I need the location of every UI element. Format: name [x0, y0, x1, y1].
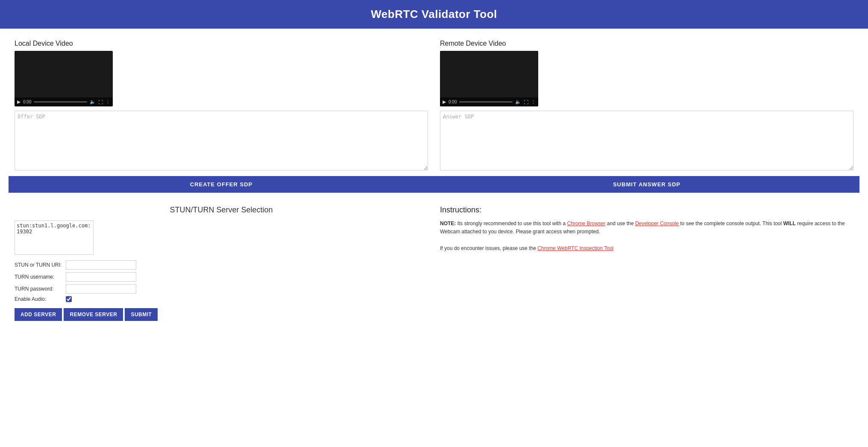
- remote-video-time: 0:00: [449, 100, 457, 104]
- create-offer-button[interactable]: CREATE OFFER SDP: [9, 176, 434, 193]
- remote-fullscreen-icon[interactable]: ⛶: [524, 100, 528, 105]
- local-video-title: Local Device Video: [15, 40, 428, 47]
- local-video-box: ▶ 0:00 🔈 ⛶ ⋮: [15, 51, 113, 106]
- turn-username-label: TURN username:: [15, 274, 66, 280]
- turn-password-input[interactable]: [66, 284, 136, 294]
- submit-answer-button[interactable]: SUBMIT ANSWER SDP: [434, 176, 859, 193]
- webrtc-inspection-link[interactable]: Chrome WebRTC Inspection Tool: [537, 245, 613, 251]
- button-bar: CREATE OFFER SDP SUBMIT ANSWER SDP: [9, 176, 859, 193]
- page-header: WebRTC Validator Tool: [0, 0, 868, 29]
- note-text1: Its strongly recommended to use this too…: [456, 221, 567, 226]
- enable-audio-label: Enable Audio:: [15, 296, 66, 302]
- instructions-note: NOTE: Its strongly recommended to use th…: [440, 220, 853, 253]
- local-video-panel: Local Device Video ▶ 0:00 🔈 ⛶ ⋮: [9, 35, 434, 176]
- enable-audio-row: Enable Audio:: [15, 296, 428, 302]
- note-text5: If you do encounter issues, please use t…: [440, 245, 537, 251]
- remote-video-progress: [459, 101, 513, 103]
- chrome-browser-link[interactable]: Chrome Browser: [567, 221, 605, 226]
- stun-uri-label: STUN or TURN URI:: [15, 262, 66, 268]
- turn-username-input[interactable]: [66, 272, 136, 282]
- offer-sdp-textarea[interactable]: [15, 111, 428, 171]
- remote-volume-icon[interactable]: 🔈: [515, 99, 521, 105]
- local-play-button[interactable]: ▶: [17, 99, 21, 105]
- add-server-button[interactable]: ADD SERVER: [15, 308, 62, 321]
- local-video-time: 0:00: [23, 100, 31, 104]
- local-volume-icon[interactable]: 🔈: [90, 99, 96, 105]
- action-buttons: ADD SERVER REMOVE SERVER SUBMIT: [15, 308, 428, 321]
- local-fullscreen-icon[interactable]: ⛶: [98, 100, 103, 105]
- local-video-controls: ▶ 0:00 🔈 ⛶ ⋮: [15, 97, 113, 106]
- turn-username-row: TURN username:: [15, 272, 428, 282]
- page-title: WebRTC Validator Tool: [8, 8, 860, 21]
- remote-play-button[interactable]: ▶: [443, 99, 446, 105]
- remote-more-icon[interactable]: ⋮: [531, 99, 536, 105]
- stun-turn-section: STUN/TURN Server Selection stun:stun1.l.…: [9, 201, 434, 325]
- remote-video-panel: Remote Device Video ▶ 0:00 🔈 ⛶ ⋮: [434, 35, 859, 176]
- remove-server-button[interactable]: REMOVE SERVER: [64, 308, 123, 321]
- remote-video-title: Remote Device Video: [440, 40, 853, 47]
- stun-turn-title: STUN/TURN Server Selection: [15, 206, 428, 215]
- developer-console-link[interactable]: Developer Console: [635, 221, 679, 226]
- submit-form-button[interactable]: SUBMIT: [125, 308, 158, 321]
- note-text3: to see the complete console output. This…: [679, 221, 783, 226]
- local-more-icon[interactable]: ⋮: [106, 99, 110, 105]
- answer-sdp-textarea[interactable]: [440, 111, 853, 171]
- instructions-section: Instructions: NOTE: Its strongly recomme…: [434, 201, 859, 325]
- will-bold: WILL: [783, 221, 796, 226]
- main-content: Local Device Video ▶ 0:00 🔈 ⛶ ⋮ Remote D…: [0, 29, 868, 447]
- note-bold: NOTE:: [440, 221, 456, 226]
- server-list-textarea[interactable]: stun:stun1.l.google.com:19302: [15, 221, 94, 255]
- local-video-progress: [34, 101, 87, 103]
- top-section: Local Device Video ▶ 0:00 🔈 ⛶ ⋮ Remote D…: [9, 35, 859, 176]
- bottom-section: STUN/TURN Server Selection stun:stun1.l.…: [9, 201, 859, 325]
- stun-uri-input[interactable]: [66, 260, 136, 270]
- enable-audio-checkbox[interactable]: [66, 296, 72, 302]
- stun-uri-row: STUN or TURN URI:: [15, 260, 428, 270]
- instructions-title: Instructions:: [440, 206, 853, 215]
- turn-password-label: TURN password:: [15, 286, 66, 292]
- remote-video-controls: ▶ 0:00 🔈 ⛶ ⋮: [440, 97, 538, 106]
- note-text2: and use the: [606, 221, 635, 226]
- turn-password-row: TURN password:: [15, 284, 428, 294]
- remote-video-box: ▶ 0:00 🔈 ⛶ ⋮: [440, 51, 538, 106]
